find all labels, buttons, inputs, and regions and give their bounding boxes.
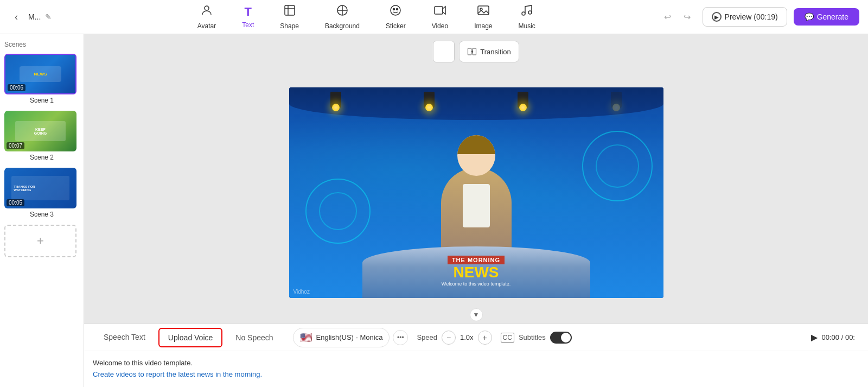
avatar-body — [441, 168, 512, 255]
scene-1-name: Scene 1 — [4, 94, 79, 106]
music-label: Music — [519, 22, 535, 30]
scene-3-time: 00:05 — [7, 199, 24, 206]
subtitles-icon: CC — [501, 333, 514, 342]
scene-3-name: Scene 3 — [4, 208, 79, 220]
speech-tabs: Speech Text Upload Voice No Speech 🇺🇸 En… — [84, 324, 868, 351]
svg-rect-17 — [473, 48, 476, 55]
speed-increase-button[interactable]: + — [478, 331, 492, 345]
tool-background[interactable]: Background — [321, 2, 364, 32]
toggle-knob — [561, 333, 571, 342]
avatar-label: Avatar — [197, 22, 216, 30]
scene-1-time: 00:06 — [8, 84, 25, 91]
redo-button[interactable]: ↪ — [679, 8, 696, 26]
canvas-checkbox[interactable] — [433, 41, 455, 62]
back-button[interactable]: ‹ — [9, 9, 24, 24]
scene-2-name: Scene 2 — [4, 151, 79, 163]
subtitles-toggle[interactable] — [550, 332, 572, 344]
shape-icon — [283, 4, 296, 20]
svg-point-9 — [397, 9, 398, 10]
project-name: M... — [28, 12, 41, 21]
speech-content: Welcome to this video template. Create v… — [84, 351, 868, 387]
add-scene-button[interactable]: + — [4, 225, 76, 257]
light-3 — [518, 92, 528, 108]
tool-shape[interactable]: Shape — [276, 2, 303, 32]
video-icon — [433, 4, 446, 20]
tool-sticker[interactable]: Sticker — [381, 2, 410, 32]
tool-video[interactable]: Video — [427, 2, 452, 32]
flag-icon: 🇺🇸 — [300, 332, 312, 344]
svg-point-8 — [393, 9, 395, 10]
generate-label: Generate — [817, 12, 848, 21]
background-label: Background — [325, 22, 360, 30]
tool-text[interactable]: T Text — [238, 3, 258, 31]
speed-label: Speed — [417, 333, 437, 341]
svg-rect-1 — [285, 5, 295, 15]
scene-thumb-1: NEWS 00:06 — [4, 54, 76, 94]
toolbar-left: ‹ M... ✎ — [9, 9, 74, 24]
language-selector[interactable]: 🇺🇸 English(US) - Monica — [293, 328, 390, 347]
text-label: Text — [242, 21, 254, 29]
tool-image[interactable]: Image — [470, 2, 496, 32]
tech-circle-left-inner — [319, 192, 357, 230]
image-label: Image — [474, 22, 492, 30]
speed-value: 1.0x — [460, 333, 474, 341]
speed-decrease-button[interactable]: − — [442, 331, 456, 345]
transition-button[interactable]: Transition — [459, 41, 519, 62]
background-icon — [336, 4, 349, 20]
svg-point-15 — [528, 11, 532, 14]
tool-avatar[interactable]: Avatar — [193, 2, 220, 32]
music-icon — [520, 4, 533, 20]
no-speech-tab[interactable]: No Speech — [225, 324, 284, 351]
tool-music[interactable]: Music — [514, 2, 540, 32]
undo-redo-group: ↩ ↪ — [659, 8, 696, 26]
studio-lights — [289, 92, 663, 108]
morning-news-badge: THE MORNING — [448, 256, 505, 264]
speech-line-1: Welcome to this video template. — [93, 358, 859, 369]
scenes-label: Scenes — [4, 39, 79, 49]
speech-text-tab[interactable]: Speech Text — [93, 324, 156, 351]
toolbar-right: ↩ ↪ ▶ Preview (00:19) 💬 Generate — [659, 7, 859, 27]
collapse-button[interactable]: ▼ — [468, 306, 485, 323]
image-icon — [477, 4, 490, 20]
scene-item-1[interactable]: NEWS 00:06 Scene 1 — [4, 54, 79, 106]
subtitles-control: CC Subtitles — [501, 332, 572, 344]
speech-line-2: Create videos to report the latest news … — [93, 369, 859, 380]
sticker-icon — [389, 4, 402, 20]
scene-thumb-3: THANKS FORWATCHING 00:05 — [4, 168, 76, 208]
svg-rect-10 — [435, 7, 443, 14]
scene-item-2[interactable]: KEEPGOING 00:07 Scene 2 — [4, 111, 79, 163]
studio-background: THE MORNING NEWS Welcome to this video t… — [289, 87, 663, 298]
preview-play-icon: ▶ — [712, 12, 722, 22]
language-name: English(US) - Monica — [316, 333, 383, 341]
svg-rect-16 — [468, 48, 471, 55]
light-4 — [611, 92, 622, 108]
generate-icon: 💬 — [805, 12, 814, 21]
speed-control: Speed − 1.0x + — [417, 331, 492, 345]
video-preview: THE MORNING NEWS Welcome to this video t… — [289, 87, 663, 298]
scenes-panel: Scenes NEWS 00:06 Scene 1 KEEPGOING — [0, 34, 84, 387]
more-options-button[interactable]: ••• — [393, 330, 408, 345]
main-area: Scenes NEWS 00:06 Scene 1 KEEPGOING — [0, 34, 868, 387]
upload-voice-tab[interactable]: Upload Voice — [158, 328, 223, 347]
avatar-icon — [200, 4, 213, 20]
playback-control: ▶ 00:00 / 00: — [811, 332, 859, 342]
edit-icon[interactable]: ✎ — [45, 12, 52, 21]
tech-circle-right-inner — [596, 144, 639, 188]
undo-button[interactable]: ↩ — [659, 8, 676, 26]
svg-rect-12 — [478, 6, 489, 15]
avatar-head — [457, 135, 495, 176]
canvas-area: Transition — [84, 34, 868, 323]
svg-point-7 — [391, 5, 400, 15]
light-2 — [424, 92, 435, 108]
preview-button[interactable]: ▶ Preview (00:19) — [703, 7, 787, 27]
generate-button[interactable]: 💬 Generate — [794, 8, 859, 26]
vidhoz-watermark: Vidhoz — [293, 289, 310, 295]
text-icon: T — [244, 5, 251, 19]
sticker-label: Sticker — [386, 22, 406, 30]
transition-icon — [467, 47, 477, 56]
svg-point-0 — [205, 6, 209, 10]
play-button[interactable]: ▶ — [811, 332, 818, 342]
news-title: NEWS — [395, 264, 558, 281]
light-1 — [330, 92, 341, 108]
scene-item-3[interactable]: THANKS FORWATCHING 00:05 Scene 3 — [4, 168, 79, 220]
